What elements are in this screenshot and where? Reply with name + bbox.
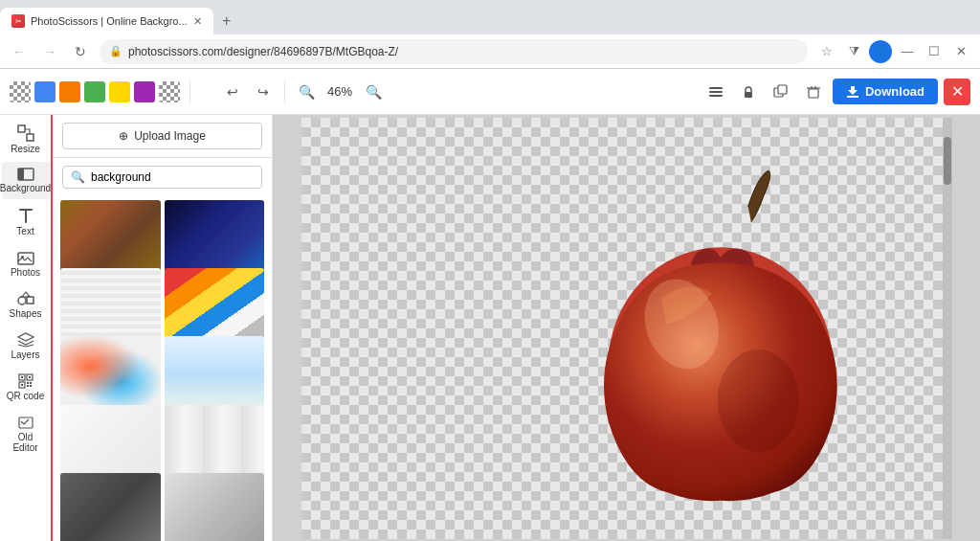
svg-rect-3 (745, 92, 752, 98)
bookmark-button[interactable]: ☆ (815, 40, 838, 63)
redo-button[interactable]: ↪ (250, 79, 277, 105)
svg-rect-26 (27, 382, 29, 384)
search-box[interactable]: 🔍 (62, 166, 262, 189)
url-text: photoscissors.com/designer/84696897B/MtG… (128, 45, 398, 58)
svg-rect-24 (29, 376, 31, 378)
thumbnail-wood[interactable] (60, 200, 161, 275)
thumbnail-light-blue[interactable] (165, 336, 265, 411)
svg-point-33 (717, 349, 798, 451)
canvas-area (273, 115, 980, 541)
lock-tool-button[interactable] (735, 79, 762, 105)
upload-image-button[interactable]: ⊕ Upload Image (62, 123, 262, 149)
extensions-button[interactable]: ⧩ (842, 40, 865, 63)
duplicate-tool-button[interactable] (768, 79, 794, 105)
download-button[interactable]: Download (833, 79, 938, 104)
green-swatch[interactable] (84, 81, 105, 102)
download-label: Download (865, 84, 924, 99)
purple-swatch[interactable] (134, 81, 155, 102)
thumbnail-colorful-stripes[interactable] (165, 268, 265, 343)
thumbnail-gray-light[interactable] (165, 473, 265, 541)
svg-point-17 (18, 297, 26, 304)
svg-rect-23 (21, 376, 23, 378)
main-toolbar: ↩ ↪ 🔍 46% 🔍 Download ✕ (0, 69, 980, 115)
photos-icon (17, 250, 34, 265)
active-tab[interactable]: ✂ PhotoScissors | Online Backgro... ✕ (0, 8, 213, 34)
qrcode-icon (18, 373, 33, 389)
svg-rect-14 (18, 169, 24, 180)
apple-image (569, 166, 876, 491)
app-container: ↩ ↪ 🔍 46% 🔍 Download ✕ (0, 69, 980, 541)
sidebar-item-photos[interactable]: Photos (2, 244, 50, 283)
svg-rect-29 (30, 385, 32, 387)
svg-rect-18 (27, 297, 33, 304)
zoom-level: 46% (323, 84, 356, 99)
thumbnail-gray-dark[interactable] (60, 473, 161, 541)
sidebar-item-photos-label: Photos (11, 267, 40, 278)
svg-rect-27 (30, 382, 32, 384)
svg-rect-11 (18, 125, 25, 132)
sidebar-item-qrcode[interactable]: QR code (2, 368, 50, 407)
sidebar-item-shapes-label: Shapes (10, 308, 42, 319)
yellow-swatch[interactable] (109, 81, 130, 102)
undo-button[interactable]: ↩ (219, 79, 246, 105)
new-tab-button[interactable]: + (213, 8, 240, 34)
thumbnail-light-stripes[interactable] (60, 268, 161, 343)
svg-rect-25 (21, 384, 23, 386)
svg-rect-12 (27, 134, 33, 141)
sidebar-item-background[interactable]: Background (2, 162, 50, 199)
close-window-button[interactable]: ✕ (949, 40, 972, 63)
blue-swatch[interactable] (34, 81, 56, 102)
transparent-swatch[interactable] (10, 81, 31, 102)
sidebar-item-background-label: Background (0, 183, 51, 193)
thumbnail-splash[interactable] (60, 336, 161, 411)
url-bar[interactable]: 🔒 photoscissors.com/designer/84696897B/M… (100, 39, 808, 64)
forward-button[interactable]: → (38, 40, 61, 63)
sidebar-item-old-editor[interactable]: Old Editor (2, 409, 50, 459)
sidebar-item-resize[interactable]: Resize (2, 119, 50, 160)
toolbar-divider-1 (189, 80, 190, 103)
tab-title: PhotoScissors | Online Backgro... (31, 15, 188, 27)
svg-rect-5 (778, 85, 787, 94)
upload-label: Upload Image (134, 129, 206, 143)
search-input[interactable] (91, 170, 254, 184)
zoom-in-button[interactable]: 🔍 (360, 79, 387, 105)
download-icon (846, 85, 859, 99)
apple-svg (569, 166, 876, 513)
background-panel: ⊕ Upload Image 🔍 (53, 115, 273, 541)
tab-close-btn[interactable]: ✕ (193, 15, 202, 28)
layers-icon (17, 332, 34, 348)
bg-panel-header: ⊕ Upload Image (53, 115, 272, 158)
sidebar-item-resize-label: Resize (11, 144, 40, 154)
background-icon (17, 168, 34, 181)
canvas-scrollbar[interactable] (943, 118, 952, 539)
back-button[interactable]: ← (8, 40, 31, 63)
layers-tool-button[interactable] (702, 79, 729, 105)
left-sidebar: Resize Background Text (0, 115, 53, 541)
delete-tool-button[interactable] (800, 79, 827, 105)
zoom-out-button[interactable]: 🔍 (293, 79, 320, 105)
orange-swatch[interactable] (59, 81, 80, 102)
thumbnail-dark-blue[interactable] (165, 200, 265, 275)
refresh-button[interactable]: ↻ (69, 40, 92, 63)
tab-favicon: ✂ (11, 14, 25, 28)
thumbnail-white-light[interactable] (60, 405, 161, 480)
sidebar-item-shapes[interactable]: Shapes (2, 285, 50, 325)
svg-rect-2 (709, 87, 723, 89)
pattern-swatch[interactable] (159, 81, 180, 102)
svg-rect-28 (27, 385, 29, 387)
profile-button[interactable]: 👤 (869, 40, 892, 63)
lock-icon: 🔒 (109, 45, 122, 57)
toolbar-controls: ↩ ↪ 🔍 46% 🔍 (200, 79, 697, 105)
minimize-button[interactable]: — (896, 40, 919, 63)
browser-chrome: ✂ PhotoScissors | Online Backgro... ✕ + … (0, 0, 980, 69)
shapes-icon (17, 291, 34, 306)
old-editor-icon (18, 415, 33, 430)
scrollbar-thumb[interactable] (944, 137, 951, 185)
maximize-button[interactable]: ☐ (923, 40, 946, 63)
sidebar-item-layers[interactable]: Layers (2, 327, 50, 366)
svg-rect-10 (847, 96, 858, 98)
sidebar-item-text[interactable]: Text (2, 201, 50, 242)
toolbar-divider-2 (284, 80, 285, 103)
thumbnail-light-texture[interactable] (165, 405, 265, 480)
close-editor-button[interactable]: ✕ (944, 79, 970, 105)
